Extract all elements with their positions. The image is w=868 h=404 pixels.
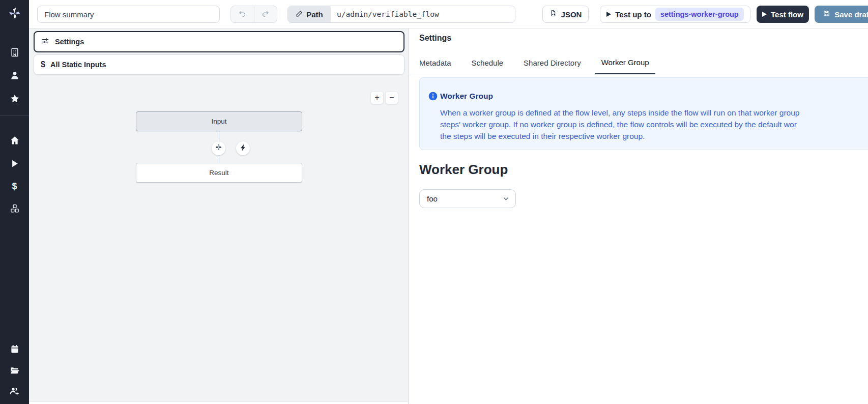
undo-icon	[238, 9, 247, 20]
all-static-inputs-label: All Static Inputs	[50, 61, 106, 69]
lightning-icon	[240, 144, 247, 153]
pencil-icon	[296, 10, 303, 19]
building-icon	[10, 47, 20, 57]
flow-settings-label: Settings	[55, 38, 84, 46]
tab-metadata[interactable]: Metadata	[413, 51, 457, 74]
edit-path-button[interactable]: Path	[288, 6, 331, 22]
sidebar-item-variables[interactable]: $	[0, 177, 29, 195]
test-flow-button[interactable]: Test flow	[757, 6, 809, 23]
worker-group-select-value: foo	[427, 194, 438, 203]
play-icon	[606, 12, 611, 17]
sidebar-item-runs[interactable]	[0, 154, 29, 172]
alert-line: When a worker group is defined at the fl…	[440, 107, 799, 119]
save-icon	[823, 10, 830, 19]
folder-open-icon	[10, 365, 20, 376]
sidebar-item-folders[interactable]	[0, 361, 29, 380]
test-up-to-button[interactable]: Test up to settings-worker-group	[600, 6, 750, 23]
boxes-icon	[10, 204, 20, 214]
test-up-to-target-badge: settings-worker-group	[655, 8, 744, 21]
sidebar-item-workers[interactable]	[0, 382, 29, 400]
worker-group-info-alert: Worker Group When a worker group is defi…	[419, 77, 868, 150]
sidebar-item-home[interactable]	[0, 131, 29, 150]
input-node[interactable]: Input	[136, 111, 302, 131]
json-button-label: JSON	[561, 10, 582, 19]
add-step-button[interactable]	[212, 141, 225, 155]
save-draft-button[interactable]: Save draft	[815, 6, 868, 23]
tab-worker-group[interactable]: Worker Group	[595, 51, 655, 74]
redo-button[interactable]	[254, 6, 277, 22]
worker-group-section-title: Worker Group	[419, 162, 508, 178]
home-icon	[10, 135, 20, 146]
sidebar-item-schedules[interactable]	[0, 340, 29, 358]
users-gear-icon	[9, 386, 20, 396]
windmill-logo[interactable]	[0, 0, 29, 28]
flow-panel-bottom-strip	[29, 401, 408, 404]
undo-redo-group	[230, 6, 277, 23]
calendar-icon	[10, 344, 20, 354]
path-input[interactable]: u/admin/verifiable_flow	[331, 6, 515, 22]
path-label: Path	[306, 10, 323, 19]
sidebar: $	[0, 0, 29, 404]
flow-graph-panel: Settings $ All Static Inputs + − Input R…	[29, 28, 409, 404]
flow-settings-panel: Settings Metadata Schedule Shared Direct…	[409, 28, 868, 404]
plus-icon	[215, 143, 222, 153]
zoom-out-button[interactable]: −	[385, 91, 398, 104]
alert-title: Worker Group	[440, 92, 493, 101]
path-value: u/admin/verifiable_flow	[337, 10, 439, 18]
path-control: Path u/admin/verifiable_flow	[287, 6, 515, 23]
alert-line: the steps will be executed in their resp…	[440, 130, 799, 142]
flow-summary-value: Flow summary	[44, 10, 94, 19]
flow-summary-input[interactable]: Flow summary	[37, 6, 220, 23]
settings-tabs: Metadata Schedule Shared Directory Worke…	[413, 51, 655, 74]
alert-line: steps' worker group. If no worker group …	[440, 119, 799, 130]
play-icon	[10, 159, 19, 168]
sidebar-item-favorites[interactable]	[0, 90, 29, 108]
user-icon	[10, 70, 20, 80]
tab-shared-directory[interactable]: Shared Directory	[517, 51, 587, 74]
sidebar-item-workspace[interactable]	[0, 43, 29, 62]
play-icon	[762, 12, 767, 17]
info-icon	[428, 91, 438, 103]
alert-body: When a worker group is defined at the fl…	[440, 107, 799, 142]
file-code-icon	[549, 10, 557, 19]
worker-group-select[interactable]: foo	[419, 189, 516, 208]
all-static-inputs-row[interactable]: $ All Static Inputs	[34, 54, 404, 75]
save-draft-label: Save draft	[834, 10, 868, 19]
undo-button[interactable]	[231, 6, 254, 22]
flow-settings-row[interactable]: Settings	[34, 31, 404, 52]
topbar: Flow summary Path	[29, 0, 868, 28]
add-trigger-button[interactable]	[236, 141, 250, 155]
sidebar-divider	[0, 116, 29, 116]
zoom-in-button[interactable]: +	[370, 91, 384, 104]
settings-panel-title: Settings	[419, 34, 451, 43]
dollar-icon: $	[12, 182, 17, 191]
sidebar-item-resources[interactable]	[0, 199, 29, 218]
dollar-icon: $	[41, 61, 45, 69]
redo-icon	[261, 9, 270, 20]
star-icon	[10, 94, 20, 104]
tab-schedule[interactable]: Schedule	[466, 51, 510, 74]
json-button[interactable]: JSON	[542, 6, 589, 23]
result-node[interactable]: Result	[136, 163, 302, 183]
windmill-logo-icon	[8, 7, 21, 22]
sliders-icon	[41, 37, 50, 47]
test-up-to-label: Test up to	[615, 10, 651, 19]
chevron-down-icon	[502, 194, 510, 203]
test-flow-label: Test flow	[771, 10, 803, 19]
sidebar-item-user[interactable]	[0, 66, 29, 84]
